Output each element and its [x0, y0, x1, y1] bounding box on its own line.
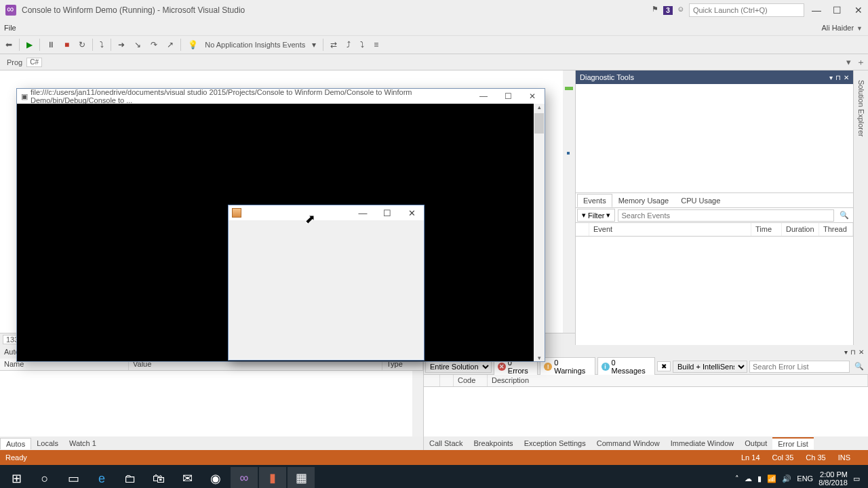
step-over-icon[interactable]: ↷	[148, 39, 160, 51]
explorer-icon[interactable]: 🗀	[117, 467, 144, 488]
restart-icon[interactable]: ↻	[76, 39, 88, 51]
menu-file[interactable]: File	[4, 24, 16, 32]
console-minimize-button[interactable]: —	[471, 92, 496, 101]
panel-close-icon[interactable]: ✕	[844, 74, 849, 81]
winform-minimize-button[interactable]: —	[351, 208, 375, 218]
tab-plus-icon[interactable]: ＋	[854, 56, 868, 68]
insights-dropdown-icon[interactable]: ▾	[309, 39, 319, 51]
tab-exception-settings[interactable]: Exception Settings	[519, 438, 591, 449]
search-icon[interactable]: 🔍	[852, 362, 867, 371]
stop-button[interactable]: ■	[62, 39, 72, 51]
col-event[interactable]: Event	[589, 223, 751, 236]
tab-immediate-window[interactable]: Immediate Window	[665, 438, 740, 449]
diagnostic-tools-panel: Diagnostic Tools ▾⊓✕ Events Memory Usage…	[575, 70, 853, 345]
col-thread[interactable]: Thread	[819, 223, 853, 236]
maximize-button[interactable]: ☐	[828, 5, 847, 16]
tab-call-stack[interactable]: Call Stack	[424, 438, 469, 449]
tool-icon-2[interactable]: ⤴	[344, 39, 353, 51]
step-into-icon[interactable]: ↘	[132, 39, 144, 51]
console-maximize-button[interactable]: ☐	[496, 92, 520, 101]
mail-icon[interactable]: ✉	[174, 467, 201, 488]
step-next-icon[interactable]: ⤵	[97, 39, 106, 51]
build-select[interactable]: Build + IntelliSense	[673, 361, 747, 373]
tool-icon-1[interactable]: ⇄	[328, 39, 340, 51]
tab-watch1[interactable]: Watch 1	[64, 438, 102, 449]
tab-locals[interactable]: Locals	[31, 438, 64, 449]
diagnostic-tools-header[interactable]: Diagnostic Tools ▾⊓✕	[576, 70, 853, 84]
warnings-pill[interactable]: !0 Warnings	[540, 357, 595, 376]
tray-wifi-icon[interactable]: 📶	[767, 474, 776, 483]
pause-button[interactable]: ⏸	[44, 39, 58, 51]
tray-clock[interactable]: 2:00 PM 8/8/2018	[818, 470, 848, 487]
panel-dropdown-icon[interactable]: ▾	[844, 348, 848, 356]
minimize-button[interactable]: —	[807, 5, 826, 16]
tray-battery-icon[interactable]: ▮	[757, 474, 762, 483]
feedback-icon[interactable]: ☺	[675, 5, 686, 16]
tray-chevron-icon[interactable]: ˄	[735, 474, 739, 483]
continue-icon[interactable]: ▶	[24, 39, 35, 51]
nav-back-icon[interactable]: ⬅	[3, 39, 15, 51]
notifications-badge[interactable]: 3	[663, 6, 673, 15]
tray-language[interactable]: ENG	[797, 474, 813, 483]
tab-events[interactable]: Events	[577, 194, 612, 207]
col-description[interactable]: Description	[488, 375, 868, 386]
step-out-icon[interactable]: ↗	[164, 39, 176, 51]
cortana-icon[interactable]: ○	[31, 467, 58, 488]
tab-cpu-usage[interactable]: CPU Usage	[675, 194, 726, 207]
task-view-icon[interactable]: ▭	[60, 467, 87, 488]
close-button[interactable]: ✕	[849, 5, 868, 16]
chrome-icon[interactable]: ◉	[202, 467, 229, 488]
panel-dropdown-icon[interactable]: ▾	[829, 74, 833, 81]
scope-select[interactable]: Entire Solution	[425, 361, 492, 373]
tab-autos[interactable]: Autos	[0, 438, 31, 449]
console-scrollbar[interactable]: ▴ ▾	[534, 104, 545, 361]
panel-pin-icon[interactable]: ⊓	[850, 348, 856, 356]
store-icon[interactable]: 🛍	[145, 467, 172, 488]
editor-scrollbar[interactable]	[563, 70, 575, 333]
tool-icon-3[interactable]: ⤵	[357, 39, 367, 51]
quick-launch-input[interactable]	[689, 3, 804, 17]
edge-icon[interactable]: e	[88, 467, 115, 488]
panel-pin-icon[interactable]: ⊓	[835, 74, 841, 81]
winform-maximize-button[interactable]: ☐	[375, 208, 399, 218]
app-window-icon[interactable]: ▦	[288, 467, 315, 488]
messages-pill[interactable]: i0 Messages	[597, 357, 655, 376]
show-next-icon[interactable]: ➜	[115, 39, 127, 51]
insights-label[interactable]: No Application Insights Events	[205, 41, 305, 49]
start-button[interactable]: ⊞	[3, 467, 30, 488]
vs-taskbar-icon[interactable]: ∞	[231, 467, 258, 488]
col-code[interactable]: Code	[454, 375, 488, 386]
bulb-icon[interactable]: 💡	[185, 39, 201, 51]
signed-in-user[interactable]: Ali Haider▼	[821, 24, 863, 32]
error-icon: ✕	[498, 363, 506, 371]
flag-icon[interactable]: ⚑	[650, 5, 660, 16]
tab-memory-usage[interactable]: Memory Usage	[612, 194, 675, 207]
tab-command-window[interactable]: Command Window	[591, 438, 665, 449]
vs-icon	[5, 5, 16, 16]
search-icon[interactable]: 🔍	[835, 211, 853, 220]
panel-close-icon[interactable]: ✕	[859, 348, 864, 356]
tool-icon-4[interactable]: ≡	[371, 39, 381, 51]
clear-filter-icon[interactable]: ✖	[657, 361, 671, 371]
col-time[interactable]: Time	[751, 223, 782, 236]
recorder-icon[interactable]: ▮	[259, 467, 286, 488]
diagnostic-search-input[interactable]	[618, 209, 834, 222]
tab-breakpoints[interactable]: Breakpoints	[469, 438, 519, 449]
tray-onedrive-icon[interactable]: ☁	[745, 474, 752, 483]
tray-volume-icon[interactable]: 🔊	[782, 474, 791, 483]
doc-dropdown-icon[interactable]: ▾	[844, 57, 854, 67]
col-duration[interactable]: Duration	[782, 223, 819, 236]
console-icon: ▣	[21, 92, 28, 101]
window-title: Console to Winform Demo (Running) - Micr…	[22, 5, 245, 15]
process-label[interactable]: Prog	[3, 57, 26, 68]
autos-scrollbar[interactable]	[412, 371, 423, 436]
winform-close-button[interactable]: ✕	[399, 208, 424, 218]
error-list-search-input[interactable]	[749, 361, 850, 373]
console-close-button[interactable]: ✕	[520, 92, 545, 101]
tray-notifications-icon[interactable]: ▭	[853, 474, 860, 483]
filter-button[interactable]: ▾Filter▾	[577, 209, 615, 222]
winform-window[interactable]: — ☐ ✕	[228, 205, 425, 361]
tab-error-list[interactable]: Error List	[772, 437, 814, 449]
tab-solution-explorer[interactable]: Solution Explorer	[856, 76, 867, 141]
tab-output[interactable]: Output	[739, 438, 772, 449]
